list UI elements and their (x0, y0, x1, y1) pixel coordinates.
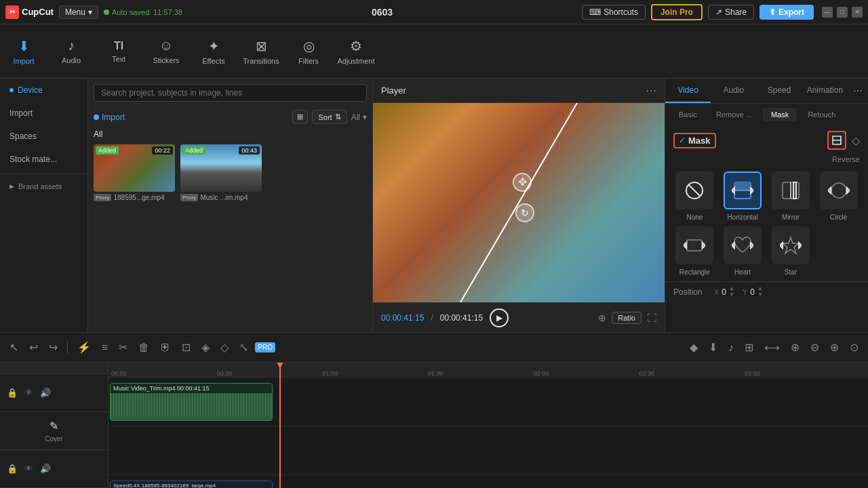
mask-none[interactable]: None (673, 171, 716, 221)
audio-btn[interactable]: ♪ (724, 339, 738, 357)
track-lock-1[interactable]: 🔒 (5, 386, 19, 399)
track-lock-2[interactable]: 🔒 (5, 462, 19, 475)
svg-marker-15 (847, 188, 850, 193)
sync-btn[interactable]: ⟷ (760, 338, 784, 357)
sub-tab-mask[interactable]: Mask (763, 108, 797, 121)
search-input[interactable] (94, 84, 367, 102)
y-decrement[interactable]: ▼ (757, 292, 763, 298)
expand-button[interactable]: ⤡ (235, 338, 252, 357)
nav-brand-assets[interactable]: ▶ Brand assets (0, 177, 87, 196)
redo-button[interactable]: ↪ (45, 338, 62, 357)
track-visibility-2[interactable]: 👁 (23, 462, 35, 475)
cursor-tool[interactable]: ↖ (5, 338, 22, 357)
sub-tab-remove[interactable]: Remove ... (708, 108, 760, 121)
pro-badge[interactable]: PRO (255, 342, 275, 352)
track-audio-2[interactable]: 🔊 (39, 462, 52, 475)
mask-rectangle[interactable]: Rectangle (673, 226, 716, 276)
clip-btn[interactable]: ⊞ (741, 338, 757, 357)
toolbar-audio[interactable]: ♪ Audio (47, 24, 95, 79)
zoom-in-btn[interactable]: ⊕ (826, 338, 843, 357)
play-button[interactable]: ▶ (490, 308, 509, 327)
close-button[interactable]: ✕ (852, 7, 863, 18)
toolbar-effects[interactable]: ✦ Effects (190, 24, 237, 79)
keyframe-button[interactable]: ◈ (197, 338, 214, 357)
snap-button[interactable]: ⬇ (705, 338, 722, 357)
tab-animation[interactable]: Animation (802, 79, 848, 103)
nav-device[interactable]: Device (0, 79, 87, 102)
toolbar-import[interactable]: ⬇ Import (0, 24, 47, 79)
timeline-playhead[interactable] (279, 363, 281, 488)
mask-horizontal[interactable]: Horizontal (722, 171, 764, 221)
mask-star[interactable]: Star (770, 226, 812, 276)
diamond-button[interactable]: ◇ (216, 338, 233, 357)
ruler-mark-1: 00:30 (217, 370, 233, 377)
toolbar-adjustment[interactable]: ⚙ Adjustment (332, 24, 380, 79)
toolbar-filters[interactable]: ◎ Filters (285, 24, 332, 79)
toolbar-stickers[interactable]: ☺ Stickers (142, 24, 190, 79)
nav-spaces[interactable]: Spaces (0, 125, 87, 148)
menu-button[interactable]: Menu ▾ (59, 5, 98, 19)
split-audio[interactable]: ≡ (98, 339, 112, 357)
diamond-icon[interactable]: ◇ (852, 134, 860, 147)
y-increment[interactable]: ▲ (757, 286, 763, 291)
mask-horizontal-label: Horizontal (728, 214, 758, 221)
media-item[interactable]: Added 00:43 Proxy Music ...im.mp4 (180, 144, 262, 201)
x-increment[interactable]: ▲ (729, 286, 734, 291)
video-clip-2[interactable]: Speed0.4X 188595-883402169_large.mp4 (110, 481, 273, 488)
shortcuts-button[interactable]: ⌨ Shortcuts (582, 5, 646, 20)
mask-check-icon: ✓ (679, 136, 686, 145)
tab-audio[interactable]: Audio (711, 79, 756, 103)
player-panel: Player ⋯ ✥ ↻ 00:00:41:15 / 00:00:41:15 ▶… (373, 79, 665, 332)
tab-video[interactable]: Video (665, 79, 711, 103)
rotate-handle[interactable]: ↻ (515, 203, 534, 222)
position-row: Position X 0 ▲ ▼ Y 0 ▲ ▼ (665, 281, 868, 302)
grid-view-toggle[interactable]: ⊞ (292, 110, 308, 124)
sort-button[interactable]: Sort ⇅ (312, 110, 347, 124)
nav-dot (9, 88, 14, 92)
ratio-button[interactable]: Ratio (612, 312, 642, 324)
mask-edit-icon[interactable] (827, 131, 846, 150)
toolbar-transitions[interactable]: ⊠ Transitions (237, 24, 285, 79)
x-decrement[interactable]: ▼ (729, 292, 734, 298)
share-button[interactable]: ↗ Share (708, 5, 754, 20)
undo-button[interactable]: ↩ (25, 338, 42, 357)
right-tabs-more[interactable]: ⋯ (848, 79, 868, 103)
video-clip-1[interactable]: Music Video_Trim.mp4 00:00:41:15 (110, 383, 273, 421)
mask-mirror[interactable]: Mirror (770, 171, 812, 221)
mask-heart[interactable]: Heart (722, 226, 764, 276)
join-pro-button[interactable]: Join Pro (651, 4, 703, 20)
zoom-button[interactable]: ⊕ (598, 312, 606, 323)
media-item[interactable]: Added 00:22 Proxy 188595...ge.mp4 (94, 144, 175, 201)
filter-button[interactable]: All ▾ (351, 113, 367, 122)
media-label: Proxy 188595...ge.mp4 (94, 194, 175, 201)
tab-speed[interactable]: Speed (757, 79, 802, 103)
mute-btn[interactable]: ⊖ (806, 338, 823, 357)
fullscreen-button[interactable]: ⛶ (647, 312, 656, 323)
crop-button[interactable]: ⊡ (178, 338, 195, 357)
delete-button[interactable]: 🗑 (134, 339, 153, 357)
cover-controls[interactable]: ✎ Cover (0, 412, 108, 450)
svg-marker-18 (703, 243, 705, 248)
minimize-button[interactable]: — (822, 7, 833, 18)
player-menu-icon[interactable]: ⋯ (646, 84, 656, 97)
nav-import[interactable]: Import (0, 102, 87, 125)
keyframe-right[interactable]: ◆ (686, 338, 702, 357)
maximize-button[interactable]: □ (837, 7, 848, 18)
mask-circle[interactable]: Circle (817, 171, 860, 221)
sub-tab-basic[interactable]: Basic (671, 108, 705, 121)
track-visibility-1[interactable]: 👁 (23, 386, 35, 399)
track-audio-1[interactable]: 🔊 (39, 386, 52, 399)
split-button[interactable]: ⚡ (73, 338, 95, 357)
nav-stock-mate[interactable]: Stock mate... (0, 148, 87, 171)
zoom-out-btn[interactable]: ⊙ (846, 338, 863, 357)
shield-button[interactable]: ⛨ (156, 339, 175, 357)
copy-btn[interactable]: ⊕ (787, 338, 804, 357)
mask-checkbox-container[interactable]: ✓ Mask (673, 133, 716, 148)
import-media-button[interactable]: Import (94, 113, 125, 122)
sub-tab-retouch[interactable]: Retouch (800, 108, 844, 121)
player-header: Player ⋯ (373, 79, 665, 103)
toolbar-text[interactable]: TI Text (95, 24, 142, 79)
trim-button[interactable]: ✂ (115, 338, 132, 357)
mask-shapes-grid: None Horizontal (665, 166, 868, 281)
export-button[interactable]: ⬆ Export (760, 5, 814, 20)
